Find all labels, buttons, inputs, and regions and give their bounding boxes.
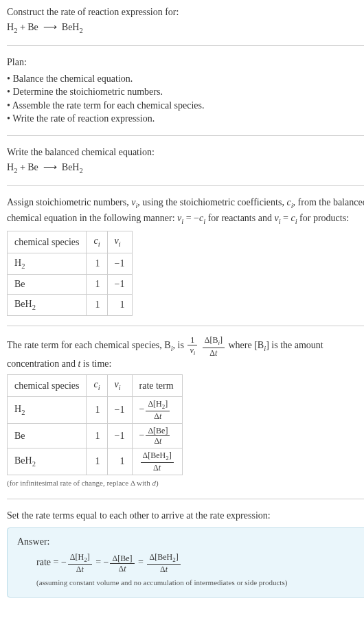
table-row: H2 1 −1 bbox=[8, 253, 133, 274]
stoich-table: chemical species ci νi H2 1 −1 Be 1 −1 B… bbox=[7, 231, 133, 316]
cell-ci: 1 bbox=[87, 275, 107, 295]
separator bbox=[7, 45, 364, 46]
rate-table-note: (for infinitesimal rate of change, repla… bbox=[7, 478, 364, 488]
cell-ci: 1 bbox=[87, 396, 107, 423]
plan-item: • Assemble the rate term for each chemic… bbox=[7, 99, 364, 113]
assign-text: Assign stoichiometric numbers, νi, using… bbox=[7, 196, 364, 227]
construct-title: Construct the rate of reaction expressio… bbox=[7, 5, 364, 19]
cell-species: BeH2 bbox=[8, 448, 87, 475]
cell-nui: −1 bbox=[107, 396, 132, 423]
plan-item: • Write the rate of reaction expression. bbox=[7, 112, 364, 126]
header-equation: H2 + Be ⟶ BeH2 bbox=[7, 21, 364, 36]
cell-species: H2 bbox=[8, 253, 87, 274]
table-row: Be 1 −1 −Δ[Be]Δt bbox=[8, 424, 183, 448]
cell-rateterm: −Δ[Be]Δt bbox=[132, 424, 182, 448]
plan-item: • Balance the chemical equation. bbox=[7, 72, 364, 86]
cell-rateterm: −Δ[H2]Δt bbox=[132, 396, 182, 423]
cell-nui: 1 bbox=[107, 294, 132, 315]
cell-nui: −1 bbox=[107, 275, 132, 295]
table-row: BeH2 1 1 Δ[BeH2]Δt bbox=[8, 448, 183, 475]
cell-rateterm: Δ[BeH2]Δt bbox=[132, 448, 182, 475]
rate-intro: The rate term for each chemical species,… bbox=[7, 336, 364, 370]
cell-nui: 1 bbox=[107, 448, 132, 475]
cell-ci: 1 bbox=[87, 448, 107, 475]
answer-box: Answer: rate = −Δ[H2]Δt = −Δ[Be]Δt = Δ[B… bbox=[7, 527, 364, 597]
table-header-row: chemical species ci νi rate term bbox=[8, 375, 183, 396]
balanced-heading: Write the balanced chemical equation: bbox=[7, 146, 364, 159]
separator bbox=[7, 499, 364, 499]
answer-title: Answer: bbox=[17, 535, 361, 549]
cell-nui: −1 bbox=[107, 253, 132, 274]
table-row: H2 1 −1 −Δ[H2]Δt bbox=[8, 396, 183, 423]
cell-species: H2 bbox=[8, 396, 87, 423]
cell-nui: −1 bbox=[107, 424, 132, 448]
col-nui: νi bbox=[107, 231, 132, 253]
separator bbox=[7, 135, 364, 136]
balanced-equation: H2 + Be ⟶ BeH2 bbox=[7, 161, 364, 176]
plan-item: • Determine the stoichiometric numbers. bbox=[7, 85, 364, 99]
col-species: chemical species bbox=[8, 231, 87, 253]
table-row: BeH2 1 1 bbox=[8, 294, 133, 315]
set-equal-text: Set the rate terms equal to each other t… bbox=[7, 509, 364, 523]
col-ci: ci bbox=[87, 375, 107, 396]
col-nui: νi bbox=[107, 375, 132, 396]
cell-species: Be bbox=[8, 275, 87, 295]
plan-list: • Balance the chemical equation. • Deter… bbox=[7, 72, 364, 126]
table-row: Be 1 −1 bbox=[8, 275, 133, 295]
cell-ci: 1 bbox=[87, 294, 107, 315]
answer-assumption: (assuming constant volume and no accumul… bbox=[36, 578, 361, 588]
separator bbox=[7, 326, 364, 326]
separator bbox=[7, 185, 364, 186]
cell-species: BeH2 bbox=[8, 294, 87, 315]
col-species: chemical species bbox=[8, 375, 87, 396]
cell-species: Be bbox=[8, 424, 87, 448]
col-rateterm: rate term bbox=[132, 375, 182, 396]
cell-ci: 1 bbox=[87, 253, 107, 274]
plan-heading: Plan: bbox=[7, 56, 364, 69]
rate-table: chemical species ci νi rate term H2 1 −1… bbox=[7, 374, 183, 475]
cell-ci: 1 bbox=[87, 424, 107, 448]
col-ci: ci bbox=[87, 231, 107, 253]
table-header-row: chemical species ci νi bbox=[8, 231, 133, 253]
answer-rate-expression: rate = −Δ[H2]Δt = −Δ[Be]Δt = Δ[BeH2]Δt bbox=[36, 553, 361, 573]
